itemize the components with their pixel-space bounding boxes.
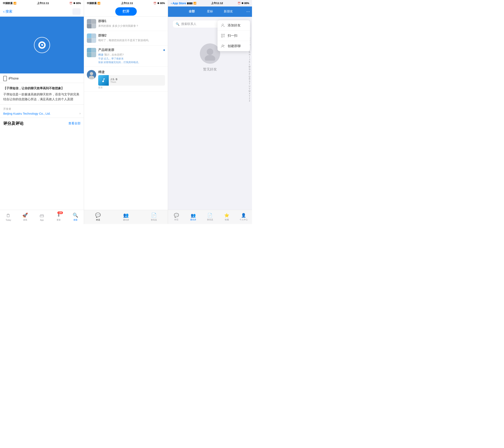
chat-item-4[interactable]: 稀捷 J.S. B Thom 音乐 <box>84 68 168 92</box>
group-add-icon <box>221 44 225 48</box>
device-label: iPhone <box>9 77 19 80</box>
wifi-icon-left: 📶 <box>13 2 17 5</box>
back-chevron-icon: ‹ <box>3 9 5 14</box>
wifi-icon-middle: 📶 <box>97 2 100 5</box>
alarm-icon-left: ⏰ <box>69 2 72 5</box>
svg-rect-8 <box>223 34 225 35</box>
contacts-tab-all[interactable]: 全部 <box>183 8 201 15</box>
svg-rect-7 <box>221 34 223 35</box>
bullet-icon <box>38 41 46 49</box>
tab-update-badge-wrapper: ⬇ 126 <box>57 213 60 218</box>
tab-update-label: 更新 <box>57 218 61 221</box>
contacts-chat-icon: 💬 <box>174 213 179 218</box>
app-desc-body: 子弹短信是一款极速高效的聊天软件，语音与文字的完美结合让你的信息随心所达，满足高… <box>3 92 79 101</box>
contacts-tab-news[interactable]: 📄 资讯流 <box>202 213 218 221</box>
chat-avatar-2 <box>87 34 96 43</box>
tab-app[interactable]: 🗃 App <box>34 213 50 221</box>
nav-bar-left: ‹ 搜索 <box>0 6 84 17</box>
contacts-chat-label: 对话 <box>174 218 178 221</box>
chat-item-3[interactable]: 产品研发群 稀捷 预计...去休息吧? 于进 过几... 带了很多东 张寂 好那… <box>84 45 168 67</box>
dropdown-add-friend[interactable]: 添加好友 <box>217 20 250 31</box>
app-description: 【子弹短信，让你的聊天效率高到不敢想象】 子弹短信是一款极速高效的聊天软件，语音… <box>0 83 84 105</box>
contacts-favorites-icon: ⭐ <box>224 213 229 218</box>
search-icon: 🔍 <box>176 22 180 26</box>
empty-contacts-text: 暂无好友 <box>203 67 217 72</box>
svg-rect-10 <box>224 36 224 37</box>
back-appstore[interactable]: ‹ App Store <box>171 2 186 5</box>
dropdown-scan[interactable]: 扫一扫 <box>217 31 250 41</box>
contacts-tab-profile[interactable]: 👤 个人中心 <box>235 213 252 221</box>
time-middle: 上午11:11 <box>121 1 133 5</box>
music-subtitle: Thom <box>110 81 117 83</box>
chevron-right-icon: › <box>80 112 81 115</box>
music-title: J.S. B <box>110 78 117 81</box>
bt-icon-right: ✱ <box>241 2 243 5</box>
ratings-link[interactable]: 查看全部 <box>68 122 81 125</box>
developer-row[interactable]: 开发者 Beijing Kuairu Technology Co., Ltd. … <box>0 105 84 118</box>
chat-avatar-4 <box>87 70 96 79</box>
tab-search-label: 搜索 <box>73 218 77 221</box>
middle-panel-wechat: 中国联通 📶 上午11:11 ⏰ ✱ 80% 打开 <box>84 0 168 224</box>
chat-item-2[interactable]: 群聊2 哦对了，顺便把你的游天不是买了新游戏吗, <box>84 31 168 45</box>
chat-item-1[interactable]: 群聊1 涿州的朋友 多多少少拿到我家拿？ <box>84 17 168 31</box>
ratings-header: 评分及评论 查看全部 <box>0 118 84 126</box>
tab-games[interactable]: 🚀 游戏 <box>17 213 34 221</box>
developer-link[interactable]: Beijing Kuairu Technology Co., Ltd. › <box>3 112 81 115</box>
chat-extra-3: 于进 过几... 带了很多东 <box>98 57 165 60</box>
empty-avatar-icon <box>200 43 220 64</box>
tab-app-icon: 🗃 <box>39 213 44 218</box>
contacts-tab-bar: 💬 对话 👥 通讯录 📄 资讯流 ⭐ 收藏 👤 个人中心 <box>168 210 252 224</box>
tab-today[interactable]: 🗒 Today <box>0 213 17 221</box>
contacts-tab-favorites[interactable]: ⭐ 收藏 <box>218 213 235 221</box>
tab-games-icon: 🚀 <box>22 213 28 218</box>
search-placeholder: 搜索联系人 <box>181 22 197 26</box>
battery-text-right: 80% <box>244 2 249 5</box>
wechat-tab-feed[interactable]: 📄 资讯流 <box>140 213 168 221</box>
chat-name-2: 群聊2 <box>98 34 107 38</box>
back-button-left[interactable]: ‹ 搜索 <box>3 9 12 14</box>
middle-nav-top: 打开 <box>84 6 168 17</box>
chat-extra-3b: 张寂 好那我做完先回... 打我房间电话。 <box>98 61 165 64</box>
svg-rect-9 <box>221 36 223 37</box>
wifi-icon-right: 📶 <box>193 2 197 5</box>
tab-update[interactable]: ⬇ 126 更新 <box>50 213 67 221</box>
ratings-title: 评分及评论 <box>3 121 23 126</box>
music-tag: 音乐 <box>98 86 165 89</box>
right-panel-contacts: ‹ App Store ▮▮▮▮ 📶 上午11:12 ⏰ ✱ 80% 全部 星标… <box>168 0 252 224</box>
tab-app-label: App <box>40 219 44 221</box>
wechat-tab-contacts[interactable]: 👥 通讯录 <box>112 213 140 221</box>
contacts-tab-address[interactable]: 👥 通讯录 <box>185 213 202 221</box>
dropdown-scan-label: 扫一扫 <box>228 34 237 38</box>
developer-name: Beijing Kuairu Technology Co., Ltd. <box>3 112 51 115</box>
chat-name-1: 群聊1 <box>98 19 107 23</box>
carrier-middle: 中国联通 <box>87 2 97 5</box>
chat-avatar-1 <box>87 19 96 28</box>
dropdown-create-group[interactable]: 创建群聊 <box>217 41 250 51</box>
dropdown-menu: 添加好友 扫一扫 创建群聊 <box>217 20 250 51</box>
status-bar-left: 中国联通 📶 上午11:11 ⏰ ✱ 80% <box>0 0 84 6</box>
wechat-tab-feed-icon: 📄 <box>151 213 157 218</box>
chat-list: 群聊1 涿州的朋友 多多少少拿到我家拿？ 群聊2 哦对了，顺 <box>84 17 168 224</box>
chat-avatar-3 <box>87 48 96 57</box>
app-icon <box>34 37 50 53</box>
update-badge-count: 126 <box>57 211 63 214</box>
bt-icon-middle: ✱ <box>157 2 159 5</box>
time-left: 上午11:11 <box>37 1 49 5</box>
bt-icon-left: ✱ <box>73 2 75 5</box>
time-right: 上午11:12 <box>211 1 223 5</box>
contacts-news-icon: 📄 <box>207 213 213 218</box>
contacts-tab-chat[interactable]: 💬 对话 <box>168 213 185 221</box>
tab-search[interactable]: 🔍 搜索 <box>67 213 84 221</box>
contacts-tab-starred[interactable]: 星标 <box>201 8 219 15</box>
open-app-button[interactable]: 打开 <box>115 7 137 16</box>
person-add-icon <box>221 23 225 28</box>
contacts-tab-new[interactable]: 新朋友 <box>219 8 237 15</box>
contacts-profile-label: 个人中心 <box>240 218 248 221</box>
contacts-more-button[interactable]: ··· <box>246 9 250 14</box>
wechat-tab-bar: 💬 对话 👥 通讯录 📄 资讯流 <box>84 210 168 224</box>
status-bar-middle: 中国联通 📶 上午11:11 ⏰ ✱ 80% <box>84 0 168 6</box>
wechat-tab-chats[interactable]: 💬 对话 <box>84 213 112 221</box>
battery-text-middle: 80% <box>160 2 165 5</box>
app-desc-title: 【子弹短信，让你的聊天效率高到不敢想象】 <box>3 86 81 91</box>
chat-name-4: 稀捷 <box>98 70 105 74</box>
